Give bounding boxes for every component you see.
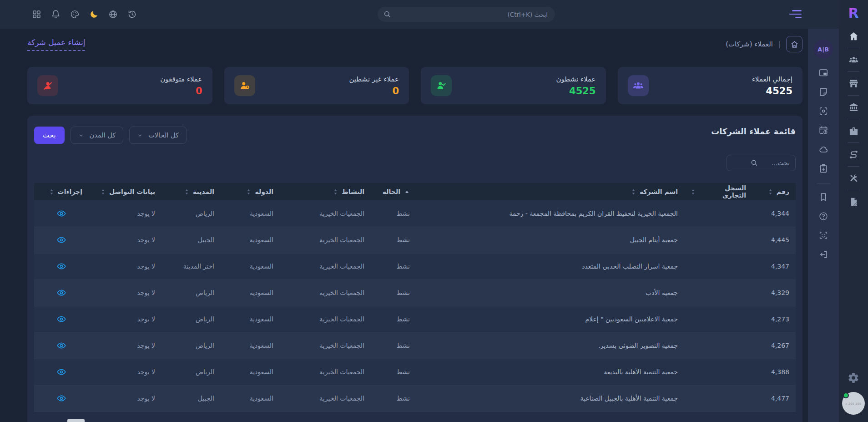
breadcrumb: | العملاء (شركات) xyxy=(726,36,802,52)
scan-button[interactable] xyxy=(818,106,828,116)
activity-history-button[interactable] xyxy=(127,10,137,19)
menu-toggle-button[interactable] xyxy=(789,10,802,18)
view-details-button[interactable] xyxy=(56,288,66,298)
sort-icon xyxy=(184,188,189,195)
screen-share-button[interactable] xyxy=(818,68,828,78)
col-header-city[interactable]: المدينة xyxy=(161,183,221,200)
clipboard-add-button[interactable] xyxy=(818,163,828,173)
face-scan-button[interactable] xyxy=(818,230,828,240)
stat-value: 0 xyxy=(349,86,399,97)
nav-item-store[interactable] xyxy=(848,78,859,89)
notifications-button[interactable] xyxy=(51,10,61,19)
nav-item-clients[interactable] xyxy=(848,55,859,65)
cell-country: السعودية xyxy=(221,385,280,412)
eye-icon xyxy=(56,367,66,377)
stat-value: 4525 xyxy=(752,86,792,97)
col-header-country[interactable]: الدولة xyxy=(221,183,280,200)
cell-activity: الجمعيات الخيرية xyxy=(280,359,371,385)
settings-gear-button[interactable] xyxy=(848,372,859,384)
create-company-client-link[interactable]: إنشاء عميل شركة xyxy=(27,38,85,51)
user-clock-icon xyxy=(234,75,255,96)
apps-grid-button[interactable] xyxy=(32,10,41,19)
calendar-button[interactable] xyxy=(818,125,828,135)
cell-contact: لا يوجد xyxy=(89,306,161,332)
cell-country: السعودية xyxy=(221,227,280,253)
view-details-button[interactable] xyxy=(56,261,66,271)
view-details-button[interactable] xyxy=(56,208,66,219)
main-content: | العملاء (شركات) إنشاء عميل شركة إجمالي… xyxy=(0,29,808,422)
nav-item-home[interactable] xyxy=(848,31,859,41)
user-avatar[interactable]: 200 x 200 xyxy=(842,392,865,415)
nav-divider xyxy=(848,190,859,190)
nav-item-bank[interactable] xyxy=(848,102,859,112)
nav-divider xyxy=(848,119,859,119)
bookmarks-button[interactable] xyxy=(818,192,828,202)
help-circle-icon xyxy=(818,211,828,221)
view-details-button[interactable] xyxy=(56,367,66,377)
home-icon xyxy=(790,40,799,49)
clipboard-plus-icon xyxy=(818,163,828,173)
view-details-button[interactable] xyxy=(56,314,66,324)
nav-divider xyxy=(848,166,859,167)
cell-contact: لا يوجد xyxy=(89,359,161,385)
status-filter-select[interactable]: كل الحالات xyxy=(129,127,187,144)
status-filter-value: كل الحالات xyxy=(148,132,179,139)
cloud-button[interactable] xyxy=(818,144,828,154)
nav-item-tools[interactable] xyxy=(848,173,859,183)
eye-icon xyxy=(56,314,66,324)
table-row: 4,273 جمعية الاعلاميين السعوديين " إعلام… xyxy=(34,306,796,332)
avatar-placeholder-text: 200 x 200 xyxy=(846,402,862,405)
logout-button[interactable] xyxy=(818,249,828,259)
theme-palette-button[interactable] xyxy=(70,10,80,19)
cell-country: السعودية xyxy=(221,253,280,280)
language-globe-button[interactable] xyxy=(108,10,118,19)
col-header-name[interactable]: اسم الشركة xyxy=(416,183,684,200)
cell-actions xyxy=(34,359,89,385)
ab-language-badge[interactable]: A|B xyxy=(814,40,833,59)
view-details-button[interactable] xyxy=(56,341,66,351)
global-search-input[interactable] xyxy=(378,7,555,22)
city-filter-select[interactable]: كل المدن xyxy=(71,127,124,144)
table-search-input[interactable] xyxy=(727,155,796,171)
table-row: 4,347 جمعية اسرار التصلب الحدبي المتعدد … xyxy=(34,253,796,280)
sort-icon xyxy=(631,188,636,195)
app-logo[interactable]: R xyxy=(848,6,858,20)
breadcrumb-home-button[interactable] xyxy=(786,36,802,52)
view-details-button[interactable] xyxy=(56,235,66,245)
cell-contact: لا يوجد xyxy=(89,280,161,306)
col-header-status[interactable]: الحالة xyxy=(371,183,416,200)
cell-number: 4,445 xyxy=(752,227,796,253)
table-row: 4,477 جمعية التنمية الأهلية بالجبيل الصن… xyxy=(34,385,796,412)
eye-icon xyxy=(56,235,66,245)
cell-company-name: جمعية التصوير الضوئي بسدير. xyxy=(416,332,684,359)
col-header-actions[interactable]: إجراءات xyxy=(34,183,89,200)
table-row: 4,388 جمعية التنمية الأهلية بالبديعة نشط… xyxy=(34,359,796,385)
search-button[interactable]: بحث xyxy=(34,127,65,144)
dark-mode-button[interactable] xyxy=(89,10,99,19)
home-icon xyxy=(848,31,859,41)
nav-divider xyxy=(848,71,859,72)
cell-status: نشط xyxy=(371,227,416,253)
sort-icon xyxy=(49,188,54,195)
nav-item-packages[interactable] xyxy=(848,126,859,136)
col-header-activity[interactable]: النشاط xyxy=(280,183,371,200)
user-check-icon xyxy=(431,75,452,96)
table-row: 4,267 جمعية التصوير الضوئي بسدير. نشط ال… xyxy=(34,332,796,359)
cell-company-name: جمعية اسرار التصلب الحدبي المتعدد xyxy=(416,253,684,280)
cloud-icon xyxy=(818,144,828,154)
calendar-clock-icon xyxy=(818,125,828,135)
eye-icon xyxy=(56,341,66,351)
bookmark-icon xyxy=(818,192,828,202)
nav-divider xyxy=(848,142,859,143)
nav-item-contracts[interactable] xyxy=(848,197,859,207)
nav-item-routes[interactable] xyxy=(848,149,859,160)
cell-number: 4,388 xyxy=(752,359,796,385)
col-header-registry[interactable]: السجل التجارى xyxy=(684,183,752,200)
cell-registry xyxy=(684,253,752,280)
col-header-number[interactable]: رقم xyxy=(752,183,796,200)
view-details-button[interactable] xyxy=(56,393,66,403)
notes-button[interactable] xyxy=(818,87,828,97)
col-header-contact[interactable]: بيانات التواصل xyxy=(89,183,161,200)
help-button[interactable] xyxy=(818,211,828,221)
page-size-select-cutoff[interactable] xyxy=(67,419,85,422)
